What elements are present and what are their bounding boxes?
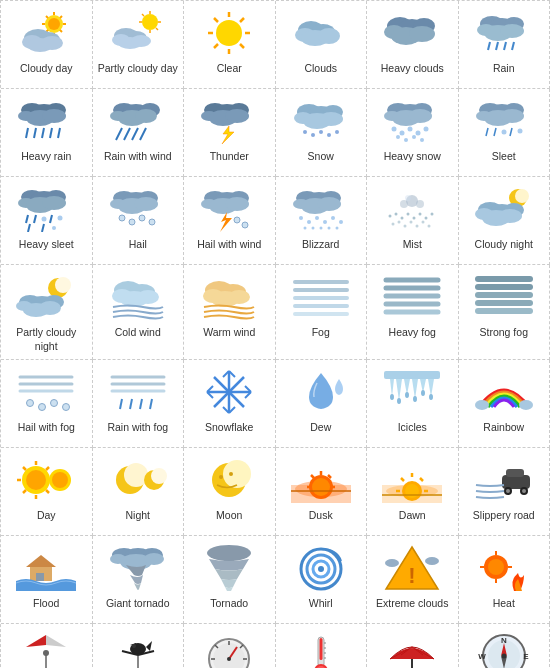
weather-icon-heavy-sleet[interactable]: Heavy sleet: [1, 177, 93, 265]
giant-tornado-label: Giant tornado: [106, 597, 170, 611]
weather-icon-heat[interactable]: Heat: [459, 536, 551, 624]
weather-icon-mist[interactable]: Mist: [367, 177, 459, 265]
warm-wind-icon: [194, 271, 264, 323]
svg-point-104: [408, 127, 413, 132]
svg-point-106: [424, 127, 429, 132]
svg-line-281: [46, 467, 49, 470]
svg-point-332: [318, 566, 324, 572]
weather-icon-rain-with-wind[interactable]: Rain with wind: [93, 89, 185, 177]
cold-wind-label: Cold wind: [115, 326, 161, 340]
weather-icon-icicles[interactable]: Icicles: [367, 360, 459, 448]
hail-with-wind-icon: [194, 183, 264, 235]
dew-label: Dew: [310, 421, 331, 435]
svg-point-235: [27, 400, 34, 407]
weather-icon-strong-fog[interactable]: Strong fog: [459, 265, 551, 360]
weather-icon-dusk[interactable]: Dusk: [276, 448, 368, 536]
weather-icon-umbrella[interactable]: Umbrella: [367, 624, 459, 668]
weather-icon-hail-with-wind[interactable]: Hail with wind: [184, 177, 276, 265]
svg-point-170: [327, 227, 330, 230]
weather-icon-partly-cloudy-day[interactable]: Partly cloudy day: [93, 1, 185, 89]
day-label: Day: [37, 509, 56, 523]
weather-icon-dew[interactable]: Dew: [276, 360, 368, 448]
svg-line-65: [42, 128, 44, 138]
svg-point-288: [151, 468, 167, 484]
rain-icon: [469, 7, 539, 59]
svg-point-384: [501, 654, 506, 659]
weather-icon-thermometer[interactable]: Thermometer: [276, 624, 368, 668]
heavy-fog-label: Heavy fog: [389, 326, 436, 340]
svg-point-182: [425, 217, 428, 220]
weather-icon-sleet[interactable]: Sleet: [459, 89, 551, 177]
weather-icon-partly-cloudy-night[interactable]: Partly cloudy night: [1, 265, 93, 360]
weather-icon-extreme-clouds[interactable]: ! Extreme clouds: [367, 536, 459, 624]
svg-line-64: [34, 128, 36, 138]
svg-point-316: [506, 489, 510, 493]
weather-icon-moon[interactable]: Moon: [184, 448, 276, 536]
hail-label: Hail: [129, 238, 147, 252]
snowflake-label: Snowflake: [205, 421, 253, 435]
svg-point-181: [419, 213, 422, 216]
weather-icon-heavy-snow[interactable]: Heavy snow: [367, 89, 459, 177]
weather-icon-heavy-clouds[interactable]: Heavy clouds: [367, 1, 459, 89]
svg-point-185: [398, 221, 401, 224]
heavy-sleet-icon: [11, 183, 81, 235]
weather-icon-thunder[interactable]: Thunder: [184, 89, 276, 177]
svg-point-169: [319, 227, 322, 230]
weather-icon-wind-vane[interactable]: Wind vane: [1, 624, 93, 668]
clouds-label: Clouds: [304, 62, 337, 76]
svg-rect-258: [384, 371, 440, 379]
weather-icon-rain[interactable]: Rain: [459, 1, 551, 89]
svg-point-291: [219, 475, 223, 479]
weather-icon-snow[interactable]: Snow: [276, 89, 368, 177]
svg-point-95: [335, 130, 339, 134]
svg-point-153: [234, 217, 240, 223]
heat-label: Heat: [493, 597, 515, 611]
weather-icon-rain-with-fog[interactable]: Rain with fog: [93, 360, 185, 448]
weather-icon-blizzard[interactable]: Blizzard: [276, 177, 368, 265]
weather-icon-fog[interactable]: Fog: [276, 265, 368, 360]
weather-icon-cold-wind[interactable]: Cold wind: [93, 265, 185, 360]
weather-icon-warm-wind[interactable]: Warm wind: [184, 265, 276, 360]
svg-point-121: [517, 129, 522, 134]
svg-line-66: [50, 128, 52, 138]
warm-wind-label: Warm wind: [203, 326, 255, 340]
weather-icon-night[interactable]: Night: [93, 448, 185, 536]
blizzard-icon: [286, 183, 356, 235]
weather-icon-cloudy-day[interactable]: Cloudy day: [1, 1, 93, 89]
weather-icon-weathercock[interactable]: Weathercock: [93, 624, 185, 668]
weather-icon-giant-tornado[interactable]: Giant tornado: [93, 536, 185, 624]
weather-icon-dawn[interactable]: Dawn: [367, 448, 459, 536]
svg-point-338: [488, 559, 504, 575]
svg-point-110: [420, 138, 424, 142]
svg-point-144: [139, 215, 145, 221]
weather-icon-hail-with-fog[interactable]: Hail with fog: [1, 360, 93, 448]
svg-point-179: [407, 213, 410, 216]
weather-icon-rainbow[interactable]: Rainbow: [459, 360, 551, 448]
svg-text:E: E: [523, 652, 529, 661]
weather-icon-tornado[interactable]: Tornado: [184, 536, 276, 624]
weather-icon-flood[interactable]: Flood: [1, 536, 93, 624]
weather-icon-barometer[interactable]: Barometer: [184, 624, 276, 668]
svg-line-9: [60, 16, 62, 18]
svg-line-310: [401, 478, 404, 481]
weather-icon-day[interactable]: Day: [1, 448, 93, 536]
navigator-icon: N S W E: [469, 630, 539, 668]
weather-icon-hail[interactable]: Hail: [93, 177, 185, 265]
moon-label: Moon: [216, 509, 242, 523]
svg-point-269: [421, 390, 425, 396]
svg-rect-347: [137, 655, 139, 668]
weather-icon-clouds[interactable]: Clouds: [276, 1, 368, 89]
weather-icon-heavy-rain[interactable]: Heavy rain: [1, 89, 93, 177]
weather-icon-slippery-road[interactable]: Slippery road: [459, 448, 551, 536]
weather-icon-whirl[interactable]: Whirl: [276, 536, 368, 624]
svg-line-128: [26, 215, 28, 223]
weather-icon-heavy-fog[interactable]: Heavy fog: [367, 265, 459, 360]
svg-point-188: [416, 225, 419, 228]
weather-icon-cloudy-night[interactable]: Cloudy night: [459, 177, 551, 265]
weather-icon-clear[interactable]: Clear: [184, 1, 276, 89]
day-icon: [11, 454, 81, 506]
svg-point-73: [135, 109, 157, 123]
icicles-icon: [377, 366, 447, 418]
weather-icon-snowflake[interactable]: Snowflake: [184, 360, 276, 448]
weather-icon-navigator[interactable]: N S W E Navigator: [459, 624, 551, 668]
